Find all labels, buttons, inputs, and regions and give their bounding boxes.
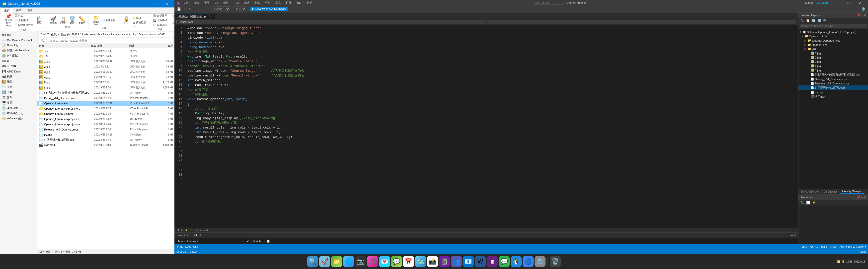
nav-item-notability[interactable]: 📝Notability (0, 43, 37, 48)
props-toolbar-btn2[interactable]: 📊 (805, 201, 811, 205)
se-close[interactable]: ✕ (864, 13, 866, 17)
se-search-input[interactable] (800, 24, 867, 28)
se-file-1jpg[interactable]: 🖼️ 1.jpg (799, 51, 868, 55)
menu-project[interactable]: 项目 (221, 0, 230, 5)
toolbar-back[interactable]: ← (197, 6, 202, 11)
nav-item-docs[interactable]: 📄文档 (0, 85, 37, 90)
output-minimize[interactable]: ─ (790, 234, 793, 237)
se-btn-show-all[interactable]: 📋 (805, 19, 810, 23)
taskbar-qq[interactable]: 🐧 (510, 256, 522, 267)
se-pin[interactable]: 📌 (857, 13, 860, 17)
file-item[interactable]: 🖼️ 3.jpg 2022/8/11 15:49 JPG 图片文件 62 KB (37, 69, 175, 74)
toolbar-undo[interactable]: ↩ (183, 6, 187, 11)
nav-item-drive-d[interactable]: 💿本地磁盘 (D:) (0, 110, 37, 116)
error-list-tab-bottom[interactable]: Error List (177, 250, 187, 253)
se-btn-collapse[interactable]: ⬆️ (817, 19, 822, 23)
tab-git-changes[interactable]: Git Changes (822, 190, 840, 194)
pin-to-quick-access-button[interactable]: 📌 固定到快速访问 (4, 13, 13, 27)
file-item[interactable]: 📁 Opencv_tutorial.vcxproj.filters 2022/9… (37, 106, 175, 111)
se-file-5jpg[interactable]: 🖼️ 5.jpg (799, 68, 868, 72)
liveshare-button[interactable]: Live Share (815, 1, 829, 4)
ribbon-tab-share[interactable]: 共享 (13, 7, 24, 13)
se-file-active-cpp[interactable]: 📄 好匹配进行模板匹配.cpp (799, 86, 868, 90)
props-pin[interactable]: 📌 (857, 196, 860, 199)
se-project-node[interactable]: ▼ 📁 Opencv_tutorial (799, 34, 868, 38)
menu-build[interactable]: 生成 (231, 0, 241, 5)
nav-item-music[interactable]: 🎵音乐 (0, 95, 37, 100)
open-button[interactable]: 🔓 打开 (122, 16, 131, 25)
se-solution-node[interactable]: ▼ 📋 Solution 'Opencv_tutorial' (1 of 1 p… (799, 30, 868, 34)
ide-search-input[interactable] (533, 1, 563, 5)
paste-shortcut-button[interactable]: 📋粘贴快捷方式 (13, 23, 34, 27)
se-minimize[interactable]: ─ (861, 13, 863, 17)
menu-help[interactable]: 帮助 (305, 0, 314, 5)
signin-button[interactable]: Sign In (805, 1, 813, 4)
cut-button[interactable]: ✂️剪切 (13, 13, 34, 18)
tab-property-manager[interactable]: Property Manager (840, 190, 864, 194)
file-item[interactable]: 🖼️ 4.jpg 2022/8/21 11:53 JPG 图片文件 43 KB (37, 74, 175, 80)
add-source-control[interactable]: Add to Source Control ▾ (840, 245, 866, 248)
output-toolbar-btn[interactable]: ▶ (259, 239, 261, 243)
ide-close[interactable]: ✕ (855, 0, 866, 5)
file-item[interactable]: 📁 x64 2022/9/23 14:32 文件夹 (37, 54, 175, 59)
close-button[interactable]: ✕ (161, 0, 173, 7)
taskbar-word[interactable]: W (475, 256, 486, 267)
se-file-demo-mp4[interactable]: 🎬 演示mp4 (799, 94, 868, 99)
search-bar[interactable]: 🔍 (39, 38, 173, 43)
nav-item-drive-c[interactable]: 💿本地磁盘 (C:) (0, 105, 37, 110)
se-file-try-cpp[interactable]: 📄 try.cpp (799, 90, 868, 94)
file-item[interactable]: 📄 6时方法对特征矩阵进行模板匹配.cpp 2022/8/21 11:54 C+… (37, 90, 175, 95)
select-all-button[interactable]: ☑️全部选择 (152, 13, 168, 18)
file-item[interactable]: 🖼️ 2.jpg 2022/8/1 9:21 JPG 图片文件 33 KB (37, 64, 175, 69)
delete-button[interactable]: 🗑️ 删除 (68, 16, 77, 25)
editor-tab-active[interactable]: 好匹配进行模板匹配.cpp ✕ (175, 13, 215, 20)
se-external-deps[interactable]: ▷ 📁 External Dependencies (799, 38, 868, 43)
se-btn-filter[interactable]: 🔍 (823, 19, 828, 23)
history-button[interactable]: 🏛️历史记录 (131, 21, 147, 25)
taskbar-messages[interactable]: 💬 (391, 256, 402, 267)
file-item[interactable]: 🖼️ 6.jpg 2022/9/22 9:30 JPG 图片文件 4,088 K… (37, 85, 175, 90)
file-item[interactable]: 📄 Opencv_tutorial.vcxproj.user 2022/9/23… (37, 116, 175, 122)
menu-file[interactable]: 文件 (181, 0, 191, 5)
minimize-button[interactable]: ─ (137, 0, 149, 7)
nav-item-onedrive[interactable]: ☁️OneDrive - Personal (0, 37, 37, 43)
file-item-selected[interactable]: 📝 Opencv_tutorial.sln 2022/8/20 17:31 Vi… (37, 101, 175, 106)
output-tab-bottom[interactable]: Output (190, 250, 197, 253)
file-item[interactable]: 📄 好匹配进行模板匹配.cpp 2022/8/26 9:46 C++ 源文件 3… (37, 137, 175, 142)
taskbar-launchpad[interactable]: 🚀 (319, 256, 330, 267)
tab-close-button[interactable]: ✕ (209, 15, 211, 18)
maximize-button[interactable]: □ (149, 0, 160, 7)
code-content[interactable]: #include "opencv2/highgui/highgui.hpp" #… (184, 25, 798, 228)
se-file-debug-props[interactable]: 📄 Debug_x64_Opencv.props (799, 77, 868, 81)
copy-to-button[interactable]: 📋 复制到 (58, 16, 67, 25)
platform-selector[interactable]: x64 x86 (234, 6, 246, 11)
props-toolbar-btn1[interactable]: 🔧 (800, 201, 805, 205)
toolbar-save[interactable]: 💾 (176, 6, 182, 11)
copy-path-button[interactable]: 📄复制路径 (13, 18, 34, 23)
menu-edit[interactable]: 编辑 (192, 0, 201, 5)
taskbar-files[interactable]: 📁 (331, 256, 342, 267)
run-button[interactable]: ▶ Local Windows Debugger (250, 7, 288, 11)
file-item[interactable]: 📁 Opencv_tutorial.vcxproj 2022/9/22 9:35… (37, 111, 175, 116)
ribbon-tab-home[interactable]: 主页 (1, 7, 13, 14)
scope-input-left[interactable] (177, 20, 486, 24)
file-item[interactable]: 📄 Release_x64_Opencv.props 2022/9/20 9:3… (37, 127, 175, 132)
file-item[interactable]: 📄 try.cpp 2022/9/23 14:28 C++ 源文件 2 KB (37, 132, 175, 137)
toolbar-more[interactable]: ⋯ (292, 6, 297, 11)
output-source-select[interactable]: Build Debug (200, 239, 250, 243)
taskbar-finder[interactable]: 🔍 (307, 256, 318, 267)
taskbar-onenote[interactable]: 📓 (439, 256, 450, 267)
nav-item-pictures[interactable]: 🖼️图片 (0, 79, 37, 85)
se-btn-refresh[interactable]: 🔄 (811, 19, 816, 23)
nav-item-desktop[interactable]: 🖥️桌面 (0, 100, 37, 105)
ide-maximize[interactable]: □ (843, 0, 854, 5)
taskbar-settings[interactable]: ⚙️ (534, 256, 546, 267)
output-toolbar-btn[interactable]: ⏮ (252, 239, 255, 243)
se-file-cpp1[interactable]: 📄 6时方法对特征矩阵进行模板匹配.cpp (799, 72, 868, 77)
nav-item-wps[interactable]: 📗WPS网盘 (0, 53, 37, 58)
file-item[interactable]: 📄 Debug_x64_Opencv.props 2022/8/14 14:48… (37, 95, 175, 101)
file-item[interactable]: 📁 .vs 2022/9/23 14:32 文件夹 (37, 48, 175, 54)
paste-button[interactable]: 📋 粘贴 (35, 16, 43, 25)
props-toolbar-btn3[interactable]: ⚡ (811, 201, 817, 205)
taskbar-safari[interactable]: 🌐 (343, 256, 354, 267)
